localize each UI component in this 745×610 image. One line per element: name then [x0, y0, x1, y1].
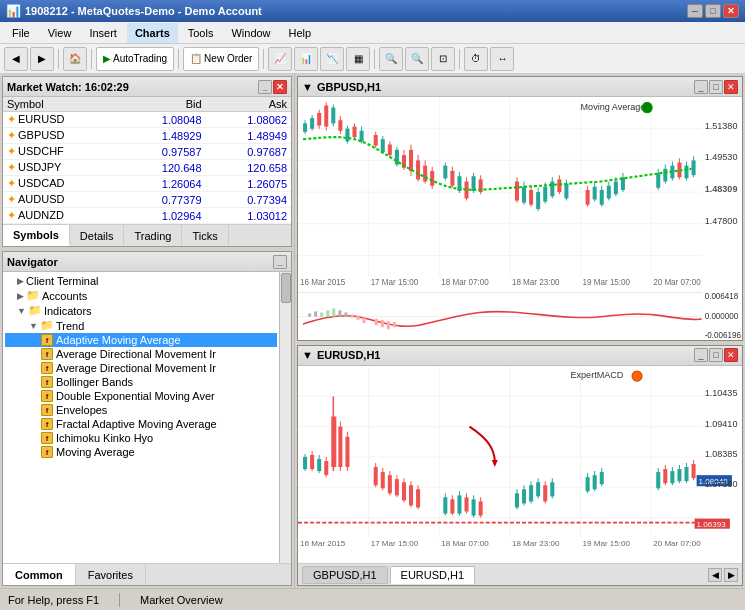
- minimize-button[interactable]: ─: [687, 4, 703, 18]
- eurusd-chart-controls: _ □ ✕: [694, 348, 738, 362]
- eurusd-max-btn[interactable]: □: [709, 348, 723, 362]
- scrollbar-thumb[interactable]: [281, 273, 291, 303]
- chart-btn3[interactable]: 📉: [320, 47, 344, 71]
- chart-btn2[interactable]: 📊: [294, 47, 318, 71]
- svg-text:1.10435: 1.10435: [705, 388, 738, 398]
- zoom-in-button[interactable]: 🔍: [379, 47, 403, 71]
- nav-item[interactable]: ▼📁Trend: [5, 318, 277, 333]
- market-watch-tabs: Symbols Details Trading Ticks: [3, 224, 291, 246]
- maximize-button[interactable]: □: [705, 4, 721, 18]
- menu-file[interactable]: File: [4, 23, 38, 43]
- svg-rect-123: [363, 318, 366, 323]
- table-row[interactable]: ✦USDCAD 1.26064 1.26075: [3, 176, 291, 192]
- svg-rect-115: [314, 311, 317, 316]
- tab-symbols[interactable]: Symbols: [3, 225, 70, 246]
- toolbar-fwd-btn[interactable]: ▶: [30, 47, 54, 71]
- nav-item[interactable]: fMoving Average: [5, 445, 277, 459]
- nav-item[interactable]: ▶📁Accounts: [5, 288, 277, 303]
- bottom-tab-common[interactable]: Common: [3, 564, 76, 585]
- chart-btn4[interactable]: ▦: [346, 47, 370, 71]
- indicator-icon: f: [41, 376, 53, 388]
- menu-view[interactable]: View: [40, 23, 80, 43]
- nav-item[interactable]: fAdaptive Moving Average: [5, 333, 277, 347]
- gbpusd-chart-body: 1.51380 1.49530 1.48309 1.47800 16 Mar 2…: [298, 97, 742, 340]
- chart-tab-prev[interactable]: ◀: [708, 568, 722, 582]
- menu-tools[interactable]: Tools: [180, 23, 222, 43]
- menu-help[interactable]: Help: [281, 23, 320, 43]
- gbpusd-max-btn[interactable]: □: [709, 80, 723, 94]
- nav-item[interactable]: fBollinger Bands: [5, 375, 277, 389]
- gbpusd-chart-header: ▼ GBPUSD,H1 _ □ ✕: [298, 77, 742, 97]
- svg-text:1.08385: 1.08385: [705, 449, 738, 459]
- nav-item[interactable]: fDouble Exponential Moving Aver: [5, 389, 277, 403]
- table-row[interactable]: ✦AUDUSD 0.77379 0.77394: [3, 192, 291, 208]
- svg-rect-126: [387, 321, 390, 329]
- nav-item[interactable]: ▼📁Indicators: [5, 303, 277, 318]
- menu-charts[interactable]: Charts: [127, 23, 178, 43]
- menu-window[interactable]: Window: [223, 23, 278, 43]
- chart-tab-next[interactable]: ▶: [724, 568, 738, 582]
- toolbar-home-btn[interactable]: 🏠: [63, 47, 87, 71]
- toolbar-sep5: [374, 49, 375, 69]
- nav-item-label: Average Directional Movement Ir: [56, 348, 216, 360]
- svg-text:18 Mar 07:00: 18 Mar 07:00: [441, 539, 489, 548]
- menu-insert[interactable]: Insert: [81, 23, 125, 43]
- eurusd-min-btn[interactable]: _: [694, 348, 708, 362]
- gbpusd-close-btn[interactable]: ✕: [724, 80, 738, 94]
- svg-point-109: [642, 102, 652, 113]
- scroll-btn[interactable]: ↔: [490, 47, 514, 71]
- close-button[interactable]: ✕: [723, 4, 739, 18]
- market-watch-close-btn[interactable]: ✕: [273, 80, 287, 94]
- tab-trading[interactable]: Trading: [124, 225, 182, 246]
- chart-tab-gbpusd[interactable]: GBPUSD,H1: [302, 566, 388, 584]
- tab-details[interactable]: Details: [70, 225, 125, 246]
- gbpusd-min-btn[interactable]: _: [694, 80, 708, 94]
- neworder-button[interactable]: 📋 New Order: [183, 47, 259, 71]
- navigator-scrollbar[interactable]: [279, 272, 291, 563]
- navigator-bottom-tabs: Common Favorites: [3, 563, 291, 585]
- navigator-tree: ▶Client Terminal▶📁Accounts▼📁Indicators▼📁…: [3, 272, 279, 563]
- zoom-fit-button[interactable]: ⊡: [431, 47, 455, 71]
- nav-item[interactable]: fEnvelopes: [5, 403, 277, 417]
- svg-text:20 Mar 07:00: 20 Mar 07:00: [653, 278, 701, 287]
- svg-text:1.51380: 1.51380: [705, 121, 738, 131]
- nav-item[interactable]: fFractal Adaptive Moving Average: [5, 417, 277, 431]
- chart-tabs-bar: GBPUSD,H1 EURUSD,H1 ◀ ▶: [298, 563, 742, 585]
- market-watch-min-btn[interactable]: _: [258, 80, 272, 94]
- toolbar-back-btn[interactable]: ◀: [4, 47, 28, 71]
- home-icon: 🏠: [69, 53, 81, 64]
- table-row[interactable]: ✦AUDNZD 1.02964 1.03012: [3, 208, 291, 224]
- svg-text:ExpertMACD: ExpertMACD: [570, 370, 623, 380]
- period-btn[interactable]: ⏱: [464, 47, 488, 71]
- table-row[interactable]: ✦EURUSD 1.08048 1.08062: [3, 112, 291, 128]
- svg-text:16 Mar 2015: 16 Mar 2015: [300, 278, 346, 287]
- tab-ticks[interactable]: Ticks: [182, 225, 228, 246]
- autotrading-button[interactable]: ▶ AutoTrading: [96, 47, 174, 71]
- navigator-header: Navigator _: [3, 252, 291, 272]
- table-row[interactable]: ✦USDJPY 120.648 120.658: [3, 160, 291, 176]
- table-row[interactable]: ✦USDCHF 0.97587 0.97687: [3, 144, 291, 160]
- nav-item[interactable]: fIchimoku Kinko Hyo: [5, 431, 277, 445]
- eurusd-close-btn[interactable]: ✕: [724, 348, 738, 362]
- chart-tab-eurusd[interactable]: EURUSD,H1: [390, 566, 476, 584]
- toolbar-sep3: [178, 49, 179, 69]
- navigator-body: ▶Client Terminal▶📁Accounts▼📁Indicators▼📁…: [3, 272, 291, 563]
- chart-btn1[interactable]: 📈: [268, 47, 292, 71]
- nav-item-label: Average Directional Movement Ir: [56, 362, 216, 374]
- nav-item[interactable]: fAverage Directional Movement Ir: [5, 361, 277, 375]
- zoom-out-button[interactable]: 🔍: [405, 47, 429, 71]
- svg-rect-119: [338, 310, 341, 316]
- nav-item-label: Envelopes: [56, 404, 107, 416]
- nav-item[interactable]: ▶Client Terminal: [5, 274, 277, 288]
- nav-item-label: Double Exponential Moving Aver: [56, 390, 215, 402]
- status-help-text: For Help, press F1: [8, 594, 99, 606]
- table-row[interactable]: ✦GBPUSD 1.48929 1.48949: [3, 128, 291, 144]
- nav-item-label: Client Terminal: [26, 275, 99, 287]
- bottom-tab-favorites[interactable]: Favorites: [76, 564, 146, 585]
- indicator-icon: f: [41, 432, 53, 444]
- svg-text:19 Mar 15:00: 19 Mar 15:00: [583, 278, 631, 287]
- svg-text:1.07360: 1.07360: [705, 479, 738, 489]
- navigator-min-btn[interactable]: _: [273, 255, 287, 269]
- nav-item[interactable]: fAverage Directional Movement Ir: [5, 347, 277, 361]
- chart-tab-arrows: ◀ ▶: [708, 568, 738, 582]
